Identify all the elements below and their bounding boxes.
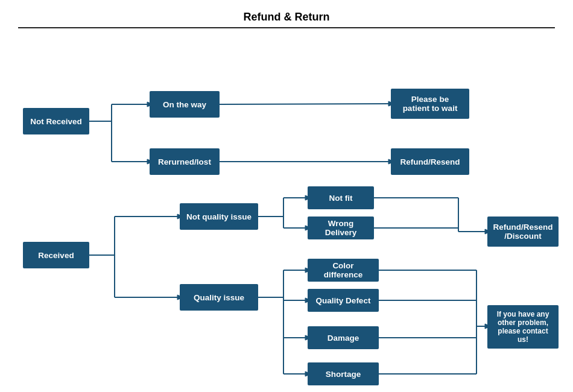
box-wrong-delivery: Wrong Delivery bbox=[308, 217, 374, 239]
svg-line-6 bbox=[220, 104, 391, 104]
box-shortage: Shortage bbox=[308, 362, 379, 385]
box-received: Received bbox=[23, 242, 89, 268]
box-color-difference: Color difference bbox=[308, 259, 379, 282]
divider bbox=[18, 27, 555, 28]
box-not-quality-issue: Not quality issue bbox=[180, 203, 258, 230]
box-quality-issue: Quality issue bbox=[180, 284, 258, 311]
box-on-the-way: On the way bbox=[150, 91, 220, 118]
diagram: Not Received On the way Rerurned/lost Pl… bbox=[0, 31, 573, 387]
page-title: Refund & Return bbox=[0, 0, 573, 27]
box-please-wait: Please be patient to wait bbox=[391, 89, 469, 119]
page-container: Refund & Return bbox=[0, 0, 573, 392]
box-refund-resend1: Refund/Resend bbox=[391, 148, 469, 175]
box-returned-lost: Rerurned/lost bbox=[150, 148, 220, 175]
box-not-received: Not Received bbox=[23, 108, 89, 134]
box-not-fit: Not fit bbox=[308, 186, 374, 209]
box-contact-us: If you have any other problem, please co… bbox=[487, 305, 559, 349]
box-refund-resend-discount: Refund/Resend /Discount bbox=[487, 217, 559, 247]
box-damage: Damage bbox=[308, 326, 379, 349]
box-quality-defect: Quality Defect bbox=[308, 289, 379, 312]
